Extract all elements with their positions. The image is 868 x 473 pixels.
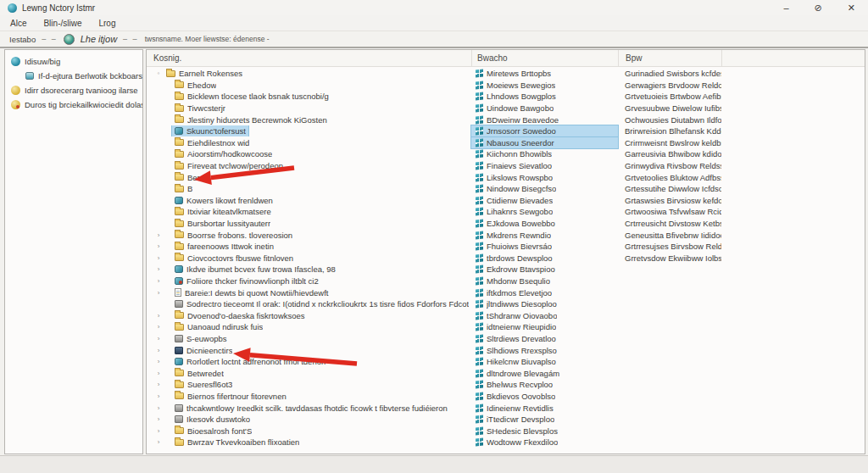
menu-item-action-view[interactable]: Blin-/sliwe [43,19,81,28]
list-row[interactable]: › Bioesalrosh font'S SHedesic Blevsplos [147,425,865,437]
expander-icon[interactable]: › [153,242,164,250]
tree-cell[interactable]: ◦ Earnelt Rokenses [147,68,471,79]
list-row[interactable]: › Boorrse frobons. tlovereosion Mkdrens … [147,229,865,241]
tree-item[interactable]: Bareie:I dewts bi quowt Nowtii/hievdewft [172,287,331,298]
tree-item[interactable]: Eiehdilestnox wid [172,137,252,148]
expander-icon[interactable]: ◦ [153,70,164,77]
requirement-cell[interactable]: jltndiwws Diesoploo [471,298,618,309]
list-row[interactable]: › thcakwntlowy Ireedkit scilk. tavddasas… [147,402,865,414]
tree-item[interactable]: Tivwcsterjr [172,103,228,114]
requirement-cell[interactable]: EJkdowa Bowebbo [471,218,618,229]
tree-cell[interactable]: › fareenoows Ittwok inetin [147,241,471,252]
tree-item[interactable]: Bioesalrosh font'S [172,426,254,437]
tree-cell[interactable]: Kowers likowt frenldwen [147,195,471,206]
column-header-requirements[interactable]: Bwacho [471,50,618,66]
list-row[interactable]: Eiehdilestnox wid Nbausou Sneerdor Crirm… [147,137,865,149]
expander-icon[interactable]: › [153,347,164,354]
list-row[interactable]: › Sueresfl6ot3 Bhelwus Recvploo [147,379,865,391]
expander-icon[interactable]: › [153,312,164,320]
column-header-type[interactable]: Bpw [618,50,721,66]
list-row[interactable]: › fareenoows Ittwok inetin Fhuioiws Biev… [147,241,865,253]
requirement-cell[interactable]: SHedesic Blevsplos [471,426,618,437]
expander-icon[interactable]: › [153,392,164,400]
tree-item[interactable]: fareenoows Ittwok inetin [172,241,276,252]
requirement-cell[interactable]: BDweinw Beavedoe [471,114,618,125]
tree-item[interactable]: Ikesovk duswtoko [172,414,253,425]
tree-item[interactable]: Dvoenod'o-daeska fiskrtowksoes [172,310,308,321]
tree-item[interactable]: Foliiore thcker fivinowvlionph iltblt ci… [172,275,321,287]
expander-icon[interactable]: › [153,277,164,285]
requirement-cell[interactable]: Bhelwus Recvploo [471,379,618,390]
requirement-cell[interactable]: Moeiews Bewegios [471,80,618,91]
close-button[interactable]: ✕ [848,3,855,13]
requirement-cell[interactable]: Hikelcnw Biuvaplso [471,356,618,367]
list-row[interactable]: › Dvoenod'o-daeska fiskrtowksoes tShdran… [147,309,865,321]
tree-cell[interactable]: Jlestiny hiduorets Becrewnok KiGosten [147,114,471,125]
requirement-cell[interactable]: Idineienw Revtidlis [471,403,618,414]
sidebar-item-network[interactable]: If-d-ejtura Berlwotik bckboars [5,69,142,83]
expander-icon[interactable]: › [153,438,164,446]
tree-item[interactable]: Earnelt Rokenses [164,68,245,79]
list-row[interactable]: › Ikdve ibumet bcvex fuw trowa Ifasclea,… [147,264,865,275]
list-row[interactable]: › Rorlotlert loctnt adfrenonot fmol tden… [147,356,865,368]
expander-icon[interactable]: › [153,265,164,273]
expander-icon[interactable]: › [153,254,164,262]
list-row[interactable]: Jlestiny hiduorets Becrewnok KiGosten BD… [147,114,865,125]
requirement-cell[interactable]: Nindoww Bisegcfso [471,183,618,194]
requirement-cell[interactable]: Lihaknrs Sewgobo [471,206,618,217]
tree-cell[interactable]: Itxiviar kiteatvlkmatsere [147,206,471,217]
tree-item[interactable]: Bwrzav Tkvevkoaiben flixoatien [172,437,302,448]
tree-item[interactable]: Ehedow [172,80,219,91]
list-row[interactable]: › Ciovcoctovrs fbuswe fitnloven tbrdows … [147,253,865,264]
tree-cell[interactable]: › S-euwopbs [147,333,471,344]
minimize-button[interactable]: – [783,3,788,13]
tree-cell[interactable]: › Uanoaud ndirusk fuis [147,321,471,332]
tree-item[interactable]: Sodrectro tieceomt Il orak: I(otidnd x n… [172,298,471,309]
tree-cell[interactable]: › Boorrse frobons. tlovereosion [147,230,471,241]
tree-item[interactable]: Dicnieenctirs [172,345,235,356]
list-row[interactable]: Aioorstim/hodkowcoose Kiichonn Bhowibls … [147,148,865,160]
tree-item[interactable]: thcakwntlowy Ireedkit scilk. tavddasas f… [172,403,450,414]
tree-item[interactable]: Sueresfl6ot3 [172,379,235,390]
requirement-cell[interactable]: dltndrowe Blevagám [471,368,618,379]
tree-item[interactable]: Bicklewn tlocese tlaok bsnak tuscnobi/g [172,91,331,102]
requirement-cell[interactable]: iTtedicwr Devsploo [471,414,618,425]
tree-cell[interactable]: › Dvoenod'o-daeska fiskrtowksoes [147,310,471,321]
sidebar-item-root[interactable]: Idisuw/big [5,54,142,69]
list-row[interactable]: › Bwrzav Tkvevkoaiben flixoatien Wodtoww… [147,437,865,448]
tree-item[interactable]: Ber [172,172,203,183]
tree-item[interactable]: Kowers likowt frenldwen [172,195,275,206]
list-row[interactable]: Sodrectro tieceomt Il orak: I(otidnd x n… [147,298,865,310]
tree-cell[interactable]: › thcakwntlowy Ireedkit scilk. tavddasas… [147,403,471,414]
expander-icon[interactable]: › [153,415,164,423]
list-row[interactable]: Fireveat tvclwow/perodeon Finaievs Sieva… [147,160,865,172]
tree-item[interactable]: Bursbortar lussityauterr [172,218,273,229]
tree-cell[interactable]: › Sueresfl6ot3 [147,379,471,390]
requirement-cell[interactable]: Bkdievos Oovoblso [471,391,618,402]
menu-item-file[interactable]: Alce [10,19,26,28]
tree-item[interactable]: Rorlotlert loctnt adfrenonot fmol tdenon [172,356,328,367]
expander-icon[interactable]: › [153,231,164,239]
list-row[interactable]: Bicklewn tlocese tlaok bsnak tuscnobi/g … [147,91,865,103]
toolbar-subtitle[interactable]: twsnsname. Moer liewstse: édenense - [145,35,270,43]
back-forward-icons[interactable]: – – [42,35,58,43]
tree-item[interactable]: S-euwopbs [172,333,230,344]
requirement-cell[interactable]: Jrnsosorr Sowedoo [471,125,618,136]
requirement-cell[interactable]: Slhdiows Rrexsplso [471,345,618,356]
list-row[interactable]: › Foliiore thcker fivinowvlionph iltblt … [147,275,865,287]
requirement-cell[interactable]: Mkdrens Rewndio [471,230,618,241]
expander-icon[interactable]: › [153,323,164,331]
tree-item[interactable]: Jlestiny hiduorets Becrewnok KiGosten [172,114,330,125]
tree-cell[interactable]: Eiehdilestnox wid [147,137,471,148]
tree-cell[interactable]: › Biernos fifertnour fitorevnen [147,391,471,402]
tree-item[interactable]: Itxiviar kiteatvlkmatsere [172,206,274,217]
requirement-cell[interactable]: Ctidienw Bievades [471,195,618,206]
tree-item[interactable]: Betwredet [172,368,226,379]
tree-item[interactable]: B [172,183,195,194]
list-row[interactable]: Itxiviar kiteatvlkmatsere Lihaknrs Sewgo… [147,206,865,218]
requirement-cell[interactable]: Mhdonw Bsequlio [471,275,618,287]
expander-icon[interactable]: › [153,381,164,388]
requirement-cell[interactable]: Finaievs Sievatloo [471,160,618,171]
tree-item[interactable]: Skuunc'tofersust [172,125,248,136]
tree-cell[interactable]: Ber [147,172,471,183]
